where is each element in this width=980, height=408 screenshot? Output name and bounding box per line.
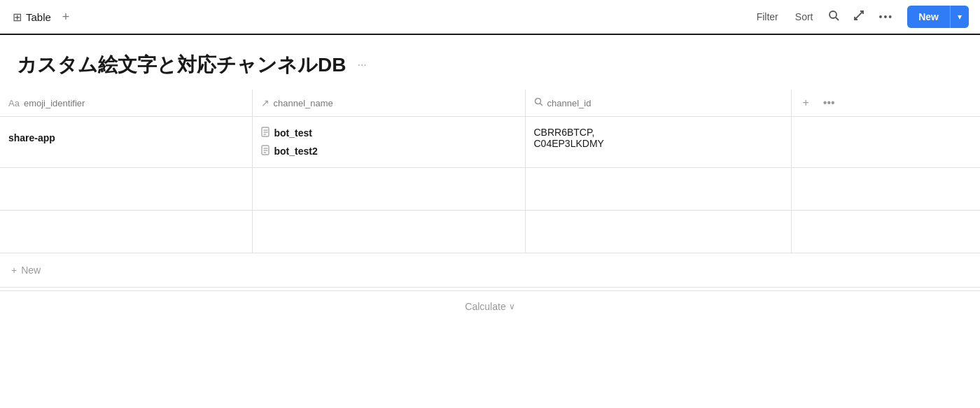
- cell-actions-2: [791, 168, 980, 211]
- chevron-down-icon: ▾: [958, 12, 962, 22]
- toolbar-right: Filter Sort ••• New ▾: [750, 6, 969, 28]
- table-row: share-app: [0, 117, 980, 168]
- svg-line-5: [540, 104, 542, 106]
- text-type-icon: Aa: [8, 98, 20, 108]
- more-options-icon: •••: [878, 11, 893, 22]
- cell-channel-name-3[interactable]: [252, 211, 525, 253]
- calculate-area: Calculate ∨: [0, 290, 980, 322]
- page-title-area: カスタム絵文字と対応チャンネルDB ···: [0, 35, 980, 90]
- add-column-button[interactable]: +: [800, 95, 812, 111]
- doc-icon-1: [261, 127, 270, 139]
- cell-emoji-identifier-3[interactable]: [0, 211, 252, 253]
- cell-channel-name-1[interactable]: bot_test bot_test2: [252, 117, 525, 168]
- sort-button[interactable]: Sort: [788, 7, 820, 27]
- new-row-label: New: [21, 265, 41, 276]
- svg-point-4: [535, 99, 540, 104]
- table-icon: ⊞: [13, 10, 22, 24]
- cell-actions-1: [791, 117, 980, 168]
- cell-channel-id-3[interactable]: [525, 211, 791, 253]
- column-more-button[interactable]: •••: [820, 95, 838, 111]
- relation-item-1: bot_test: [261, 125, 517, 141]
- resize-icon-button[interactable]: [848, 6, 870, 28]
- page-title: カスタム絵文字と対応チャンネルDB: [17, 52, 346, 78]
- column-header-row: Aa emoji_identifier ↗ channel_name: [0, 90, 980, 117]
- filter-button[interactable]: Filter: [750, 7, 785, 27]
- col-label-channel-id: channel_id: [547, 98, 592, 108]
- channel-id-value-1: CBRR6BTCP, C04EP3LKDMY: [534, 127, 783, 149]
- tab-label: Table: [26, 11, 51, 23]
- cell-channel-name-2[interactable]: [252, 168, 525, 211]
- emoji-identifier-value-1: share-app: [8, 132, 244, 143]
- toolbar-left: ⊞ Table +: [11, 8, 750, 27]
- col-label-emoji-identifier: emoji_identifier: [24, 98, 85, 108]
- calculate-button[interactable]: Calculate ∨: [465, 301, 514, 312]
- new-row-area: + New: [0, 253, 980, 288]
- page-title-more-icon: ···: [357, 59, 366, 71]
- database-table: Aa emoji_identifier ↗ channel_name: [0, 90, 980, 253]
- table-tab[interactable]: ⊞ Table: [11, 8, 52, 27]
- svg-point-0: [830, 11, 836, 18]
- doc-icon-2: [261, 145, 270, 157]
- channel-name-value-1a: bot_test: [274, 127, 312, 139]
- toolbar: ⊞ Table + Filter Sort ••• New: [0, 0, 980, 35]
- cell-actions-3: [791, 211, 980, 253]
- col-header-channel-id[interactable]: channel_id: [525, 90, 791, 117]
- plus-icon: +: [11, 265, 17, 276]
- svg-line-1: [836, 17, 839, 20]
- table-wrapper: Aa emoji_identifier ↗ channel_name: [0, 90, 980, 253]
- new-button-group: New ▾: [907, 6, 969, 28]
- col-label-channel-name: channel_name: [274, 98, 333, 108]
- new-button[interactable]: New: [907, 6, 950, 28]
- col-header-actions: + •••: [791, 90, 980, 117]
- chevron-down-icon: ∨: [509, 302, 515, 311]
- cell-channel-id-1[interactable]: CBRR6BTCP, C04EP3LKDMY: [525, 117, 791, 168]
- relation-type-icon: ↗: [261, 97, 270, 108]
- new-button-chevron[interactable]: ▾: [950, 6, 969, 28]
- cell-emoji-identifier-1[interactable]: share-app: [0, 117, 252, 168]
- relation-item-2: bot_test2: [261, 143, 517, 159]
- search-icon-button[interactable]: [822, 6, 845, 28]
- add-new-row-button[interactable]: + New: [11, 262, 41, 279]
- cell-emoji-identifier-2[interactable]: [0, 168, 252, 211]
- col-header-emoji-identifier[interactable]: Aa emoji_identifier: [0, 90, 252, 117]
- calculate-label: Calculate: [465, 301, 505, 312]
- table-row: [0, 211, 980, 253]
- col-header-channel-name[interactable]: ↗ channel_name: [252, 90, 525, 117]
- channel-name-value-1b: bot_test2: [274, 146, 318, 157]
- more-options-button[interactable]: •••: [873, 6, 899, 27]
- table-row: [0, 168, 980, 211]
- page-title-more-button[interactable]: ···: [353, 57, 370, 73]
- add-view-button[interactable]: +: [58, 9, 74, 24]
- cell-channel-id-2[interactable]: [525, 168, 791, 211]
- search-type-icon: [534, 97, 543, 108]
